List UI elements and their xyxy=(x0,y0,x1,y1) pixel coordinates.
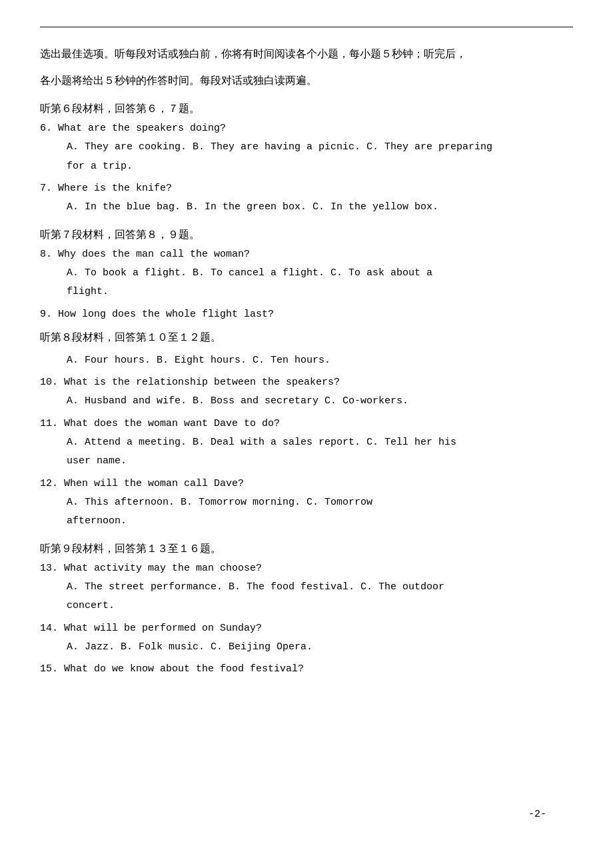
question-11: 11. What does the woman want Dave to do? xyxy=(40,418,573,429)
question-14: 14. What will be performed on Sunday? xyxy=(40,623,573,634)
options-14: A. Jazz. B. Folk music. C. Beijing Opera… xyxy=(67,638,573,657)
section-header-13-16: 听第９段材料，回答第１３至１６题。 xyxy=(40,542,573,556)
options-6: A. They are cooking. B. They are having … xyxy=(67,138,573,176)
instruction-line2: 各小题将给出５秒钟的作答时间。每段对话或独白读两遍。 xyxy=(40,70,573,91)
question-10: 10. What is the relationship between the… xyxy=(40,377,573,388)
top-line xyxy=(40,27,573,27)
question-13: 13. What activity may the man choose? xyxy=(40,563,573,574)
options-11: A. Attend a meeting. B. Deal with a sale… xyxy=(67,433,573,471)
section-header-10-12: 听第８段材料，回答第１０至１２题。 xyxy=(40,331,573,345)
options-13: A. The street performance. B. The food f… xyxy=(67,578,573,616)
section-header-8-9: 听第７段材料，回答第８，９题。 xyxy=(40,228,573,242)
question-6: 6. What are the speakers doing? xyxy=(40,123,573,134)
question-9: 9. How long does the whole flight last? xyxy=(40,309,573,320)
options-7: A. In the blue bag. B. In the green box.… xyxy=(67,198,573,217)
options-12: A. This afternoon. B. Tomorrow morning. … xyxy=(67,493,573,531)
instruction-line1: 选出最佳选项。听每段对话或独白前，你将有时间阅读各个小题，每小题５秒钟；听完后， xyxy=(40,43,573,65)
options-9: A. Four hours. B. Eight hours. C. Ten ho… xyxy=(67,351,573,371)
page-wrapper: 选出最佳选项。听每段对话或独白前，你将有时间阅读各个小题，每小题５秒钟；听完后，… xyxy=(40,27,573,840)
options-8: A. To book a flight. B. To cancel a flig… xyxy=(67,264,573,302)
question-12: 12. When will the woman call Dave? xyxy=(40,478,573,489)
question-7: 7. Where is the knife? xyxy=(40,183,573,194)
question-15: 15. What do we know about the food festi… xyxy=(40,663,573,675)
page-number: -2- xyxy=(528,809,546,820)
options-10: A. Husband and wife. B. Boss and secreta… xyxy=(67,392,573,411)
section-header-6-7: 听第６段材料，回答第６，７题。 xyxy=(40,102,573,116)
question-8: 8. Why does the man call the woman? xyxy=(40,249,573,260)
